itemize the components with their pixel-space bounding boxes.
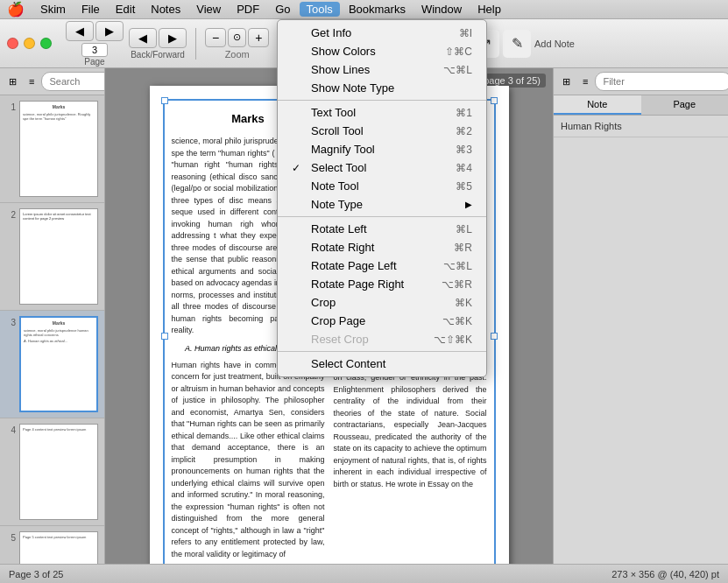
menu-label-rotate-page-left: Rotate Page Left [311, 259, 436, 272]
minimize-button[interactable] [24, 38, 35, 49]
menubar-go[interactable]: Go [268, 2, 297, 17]
notes-filter[interactable] [595, 72, 728, 91]
page-thumb-1[interactable]: 1 Marks science, moral philo jurispruden… [0, 95, 104, 203]
menubar-bookmarks[interactable]: Bookmarks [342, 2, 413, 17]
shortcut-crop-page: ⌥⌘K [442, 315, 472, 327]
nav-group: ◀ ▶ Page ◀ ▶ Back/Forward [66, 21, 187, 67]
line-tool-button[interactable]: ✎ [503, 30, 531, 58]
menu-label-select-tool: Select Tool [311, 161, 449, 174]
menu-note-type[interactable]: Note Type ▶ [278, 195, 486, 214]
divider-1 [195, 28, 196, 60]
menubar-help[interactable]: Help [470, 2, 508, 17]
menu-label-show-colors: Show Colors [311, 45, 438, 58]
menu-magnify-tool[interactable]: Magnify Tool ⌘3 [278, 140, 486, 158]
back-button[interactable]: ◀ [129, 28, 157, 48]
notes-item-human-rights[interactable]: Human Rights [554, 116, 728, 137]
menu-label-rotate-page-right: Rotate Page Right [311, 277, 435, 291]
sidebar-view-btn-1[interactable]: ⊞ [4, 73, 22, 91]
notes-view-btn-1[interactable]: ⊞ [557, 73, 576, 91]
shortcut-show-lines: ⌥⌘L [443, 64, 472, 76]
shortcut-get-info: ⌘I [459, 27, 472, 39]
zoom-actual-button[interactable]: ⊙ [228, 28, 246, 47]
menu-crop[interactable]: Crop ⌘K [278, 293, 486, 312]
submenu-arrow-note-type: ▶ [465, 200, 472, 209]
notes-tabs: Note Page [554, 95, 728, 116]
menu-label-show-lines: Show Lines [311, 63, 436, 76]
forward-button[interactable]: ▶ [159, 28, 187, 48]
status-right: 273 × 356 @ (40, 420) pt [611, 569, 719, 579]
menu-rotate-right[interactable]: Rotate Right ⌘R [278, 238, 486, 256]
page-thumb-2[interactable]: 2 Lorem ipsum dolor sit amet consectetur… [0, 203, 104, 311]
thumb-image-1: Marks science, moral philo jurisprudence… [19, 101, 98, 197]
menubar-notes[interactable]: Notes [144, 2, 187, 17]
maximize-button[interactable] [40, 38, 52, 49]
menu-label-rotate-right: Rotate Right [311, 241, 447, 254]
menubar-view[interactable]: View [189, 2, 228, 17]
menu-label-reset-crop: Reset Crop [311, 333, 427, 346]
notes-panel: ⊞ ≡ Note Page Human Rights [553, 68, 728, 564]
page-thumb-5[interactable]: 5 Page 5 content text preview lorem ipsu… [0, 526, 104, 564]
page-input[interactable] [81, 43, 108, 57]
window-controls [7, 38, 52, 49]
check-select-tool: ✓ [292, 162, 304, 174]
menu-rotate-page-left[interactable]: Rotate Page Left ⌥⌘L [278, 256, 486, 275]
page-number-1: 1 [4, 102, 16, 112]
thumb-image-2: Lorem ipsum dolor sit amet consectetur t… [19, 208, 98, 305]
menu-get-info[interactable]: Get Info ⌘I [278, 24, 486, 42]
menu-label-show-note-type: Show Note Type [311, 81, 465, 95]
apple-menu[interactable]: 🍎 [7, 1, 25, 18]
shortcut-rotate-page-right: ⌥⌘R [442, 278, 472, 291]
menu-scroll-tool[interactable]: Scroll Tool ⌘2 [278, 122, 486, 140]
shortcut-magnify-tool: ⌘3 [456, 144, 472, 156]
handle-ml[interactable] [161, 333, 168, 340]
menubar-skim[interactable]: Skim [33, 2, 73, 17]
zoom-out-button[interactable]: − [205, 28, 226, 47]
thumb-image-3: Marks science, moral philo jurisprudence… [19, 316, 98, 412]
handle-mr[interactable] [491, 333, 498, 340]
menu-show-lines[interactable]: Show Lines ⌥⌘L [278, 60, 486, 79]
prev-button[interactable]: ◀ [66, 21, 94, 41]
menubar-window[interactable]: Window [414, 2, 469, 17]
menu-show-note-type[interactable]: Show Note Type [278, 79, 486, 97]
menu-rotate-page-right[interactable]: Rotate Page Right ⌥⌘R [278, 275, 486, 293]
tools-dropdown-menu: Get Info ⌘I Show Colors ⇧⌘C Show Lines ⌥… [277, 19, 487, 377]
tab-note[interactable]: Note [554, 95, 641, 115]
sidebar-search[interactable] [41, 72, 105, 91]
page-thumb-4[interactable]: 4 Page 4 content text preview lorem ipsu… [0, 418, 104, 526]
menu-label-scroll-tool: Scroll Tool [311, 124, 449, 137]
handle-tl[interactable] [161, 97, 168, 104]
menu-label-crop-page: Crop Page [311, 314, 435, 327]
thumb-image-4: Page 4 content text preview lorem ipsum [19, 424, 98, 520]
sidebar-toolbar: ⊞ ≡ [0, 68, 104, 95]
menu-note-tool[interactable]: Note Tool ⌘5 [278, 177, 486, 195]
menu-select-tool[interactable]: ✓ Select Tool ⌘4 [278, 158, 486, 177]
zoom-label: Zoom [225, 49, 250, 60]
page-thumb-3[interactable]: 3 Marks science, moral philo jurispruden… [0, 311, 104, 418]
menubar-edit[interactable]: Edit [109, 2, 142, 17]
menu-select-content[interactable]: Select Content [278, 355, 486, 373]
notes-view-btn-2[interactable]: ≡ [577, 73, 593, 90]
menubar-pdf[interactable]: PDF [230, 2, 266, 17]
back-forward-label: Back/Forward [131, 50, 185, 60]
tab-page[interactable]: Page [641, 95, 729, 115]
menubar-file[interactable]: File [74, 2, 107, 17]
menu-label-note-type: Note Type [311, 198, 458, 211]
page-number-5: 5 [4, 533, 16, 543]
menubar-tools[interactable]: Tools [300, 2, 340, 17]
menu-label-text-tool: Text Tool [311, 106, 449, 119]
menu-label-rotate-left: Rotate Left [311, 222, 449, 235]
menu-text-tool[interactable]: Text Tool ⌘1 [278, 103, 486, 122]
page-label: Page [84, 57, 104, 67]
page-number-3: 3 [4, 318, 16, 327]
menu-rotate-left[interactable]: Rotate Left ⌘L [278, 220, 486, 238]
separator-2 [278, 216, 486, 217]
notes-toolbar: ⊞ ≡ [554, 68, 728, 95]
zoom-in-button[interactable]: + [248, 28, 269, 47]
menu-crop-page[interactable]: Crop Page ⌥⌘K [278, 312, 486, 330]
menu-label-get-info: Get Info [311, 26, 452, 39]
next-button[interactable]: ▶ [95, 21, 124, 41]
sidebar-view-btn-2[interactable]: ≡ [24, 73, 39, 90]
handle-tr[interactable] [491, 97, 498, 104]
menu-show-colors[interactable]: Show Colors ⇧⌘C [278, 42, 486, 60]
close-button[interactable] [7, 38, 18, 49]
